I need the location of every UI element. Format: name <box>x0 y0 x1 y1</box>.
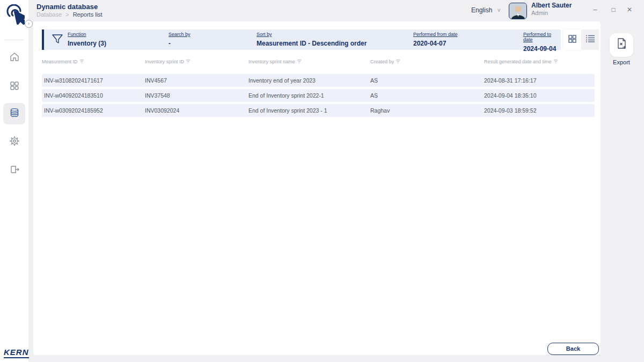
column-header-label: Measurement ID <box>42 59 78 64</box>
table-row[interactable]: INV-w31082024171617 INV4567 Inventory en… <box>42 74 595 87</box>
page-title: Dynamic database <box>36 3 98 11</box>
export-label: Export <box>601 59 642 65</box>
window-minimize-button[interactable]: – <box>589 4 601 15</box>
filter-field-sort-by[interactable]: Sort by Measurement ID - Descending orde… <box>257 32 367 48</box>
kern-brand-logo: KERN <box>4 348 29 358</box>
column-filter-icon <box>297 59 302 64</box>
logout-icon <box>9 164 20 177</box>
filter-field-value: 2020-04-07 <box>413 40 446 47</box>
cell-measurement-id: INV-w04092024183510 <box>44 89 103 102</box>
language-label: English <box>471 6 492 14</box>
home-icon <box>9 51 20 64</box>
column-header-created-by[interactable]: Created by <box>370 59 400 64</box>
cell-measurement-id: INV-w03092024185952 <box>44 104 103 117</box>
breadcrumb-current: Reports list <box>73 11 103 18</box>
sidebar-item-dashboard[interactable] <box>3 76 25 98</box>
sidebar-expand-toggle[interactable]: › <box>25 20 33 28</box>
column-header-label: Result generated date and time <box>484 59 552 64</box>
cell-inventory-sprint-name: Inventory end of year 2023 <box>248 74 316 87</box>
export-button[interactable] <box>610 33 633 57</box>
column-header-inventory-sprint-id[interactable]: Inventory sprint ID <box>145 59 191 64</box>
database-icon <box>9 107 20 120</box>
gear-icon <box>9 136 20 149</box>
cell-created-by: Raghav <box>370 104 390 117</box>
list-view-button[interactable] <box>581 29 599 50</box>
sidebar-item-logout[interactable] <box>3 160 25 181</box>
breadcrumb-parent[interactable]: Database <box>36 11 62 18</box>
filter-field-label: Performed to date <box>523 32 561 42</box>
filter-field-label: Sort by <box>257 32 367 37</box>
table-row[interactable]: INV-w03092024185952 INV03092024 End of I… <box>42 104 595 117</box>
window-maximize-button[interactable]: □ <box>608 4 619 15</box>
filter-field-function[interactable]: Function Inventory (3) <box>68 32 106 48</box>
sidebar: KERN <box>0 0 28 362</box>
cell-result-generated: 2024-09-04 18:35:10 <box>484 89 537 102</box>
cell-inventory-sprint-name: End of Inventory sprint 2023 - 1 <box>248 104 327 117</box>
filter-field-search-by[interactable]: Search by - <box>169 32 191 48</box>
user-name[interactable]: Albert Sauter <box>531 2 572 9</box>
filter-field-performed-from-date[interactable]: Performed from date 2020-04-07 <box>413 32 458 48</box>
cell-inventory-sprint-name: End of Inventory sprint 2022-1 <box>248 89 324 102</box>
cell-measurement-id: INV-w31082024171617 <box>44 74 103 87</box>
breadcrumb-separator: > <box>65 11 69 18</box>
filter-field-label: Function <box>68 32 106 37</box>
column-filter-icon <box>396 59 400 64</box>
column-header-result-generated[interactable]: Result generated date and time <box>484 59 558 64</box>
sidebar-item-home[interactable] <box>3 47 25 69</box>
cell-result-generated: 2024-08-31 17:16:17 <box>484 74 537 87</box>
view-mode-toggle <box>564 29 599 50</box>
cell-inventory-sprint-id: INV03092024 <box>145 104 179 117</box>
back-button[interactable]: Back <box>547 343 599 355</box>
column-header-measurement-id[interactable]: Measurement ID <box>42 59 84 64</box>
filter-field-label: Search by <box>169 32 191 37</box>
chevron-down-icon: ˅ <box>497 8 501 13</box>
breadcrumb: Database > Reports list <box>36 11 103 18</box>
cell-created-by: AS <box>370 89 378 102</box>
sidebar-divider <box>4 40 24 40</box>
grid-view-icon <box>568 34 577 46</box>
main-content-card: Function Inventory (3) Search by - Sort … <box>33 21 601 355</box>
filter-funnel-icon <box>52 33 63 47</box>
app-logo-touch-icon <box>4 4 25 31</box>
cell-result-generated: 2024-09-03 18:59:52 <box>484 104 537 117</box>
column-header-label: Created by <box>370 59 394 64</box>
user-role: Admin <box>531 10 548 16</box>
sidebar-item-settings[interactable] <box>3 131 25 153</box>
filter-field-value: Measurement ID - Descending order <box>257 40 367 47</box>
table-row[interactable]: INV-w04092024183510 INV37548 End of Inve… <box>42 89 595 102</box>
filter-summary-bar[interactable]: Function Inventory (3) Search by - Sort … <box>42 29 561 50</box>
export-excel-icon <box>615 38 628 53</box>
filter-field-performed-to-date[interactable]: Performed to date 2024-09-04 <box>523 32 561 53</box>
filter-field-value: Inventory (3) <box>68 40 106 47</box>
list-view-icon <box>586 34 595 45</box>
cell-created-by: AS <box>370 74 378 87</box>
filter-field-label: Performed from date <box>413 32 458 37</box>
filter-field-value: - <box>169 40 171 47</box>
column-header-label: Inventory sprint ID <box>145 59 184 64</box>
user-avatar[interactable] <box>509 3 527 19</box>
cell-inventory-sprint-id: INV37548 <box>145 89 170 102</box>
column-header-inventory-sprint-name[interactable]: Inventory sprint name <box>248 59 302 64</box>
window-close-button[interactable]: ✕ <box>624 4 635 15</box>
cell-inventory-sprint-id: INV4567 <box>145 74 167 87</box>
export-panel: Export <box>601 21 644 362</box>
dashboard-icon <box>9 80 20 93</box>
grid-view-button[interactable] <box>564 29 581 50</box>
column-header-label: Inventory sprint name <box>248 59 295 64</box>
filter-field-value: 2024-09-04 <box>523 45 556 53</box>
column-filter-icon <box>79 59 84 64</box>
sidebar-item-database[interactable] <box>3 103 25 124</box>
column-filter-icon <box>553 59 558 64</box>
column-filter-icon <box>186 59 191 64</box>
language-selector[interactable]: English ˅ <box>471 6 501 14</box>
